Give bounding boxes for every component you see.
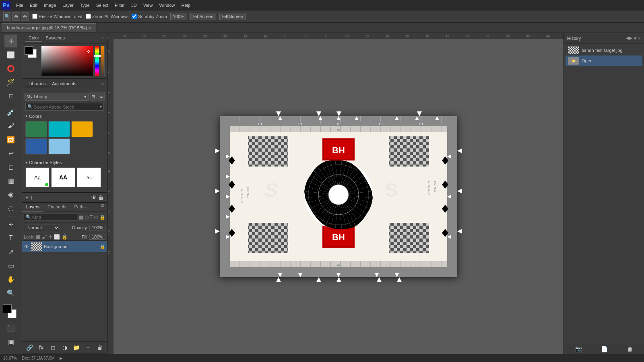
- new-layer-btn[interactable]: +: [84, 343, 93, 352]
- menu-type[interactable]: Type: [77, 2, 93, 8]
- foreground-color-swatch[interactable]: [3, 304, 12, 313]
- menu-view[interactable]: View: [140, 2, 156, 8]
- resize-windows-check[interactable]: Resize Windows to Fit: [32, 14, 83, 19]
- add-fill-btn[interactable]: ◑: [60, 343, 69, 352]
- swatch-3[interactable]: [25, 138, 47, 154]
- menu-select[interactable]: Select: [93, 2, 112, 8]
- filter-type-icon[interactable]: T: [90, 214, 93, 220]
- lib-list-btn[interactable]: ≡: [98, 93, 105, 101]
- lib-add-btn[interactable]: +: [25, 194, 29, 201]
- resize-windows-checkbox[interactable]: [32, 14, 37, 19]
- swatch-1[interactable]: [48, 121, 70, 137]
- menu-window[interactable]: Window: [156, 2, 178, 8]
- scrubby-zoom-checkbox[interactable]: [132, 14, 137, 19]
- tab-paths[interactable]: Paths: [70, 203, 90, 212]
- opacity-input[interactable]: [89, 225, 105, 230]
- lib-search[interactable]: 🔍 ▾: [25, 103, 104, 111]
- history-close-btn[interactable]: ×: [638, 36, 641, 41]
- history-delete-btn[interactable]: 🗑: [627, 346, 633, 352]
- menu-image[interactable]: Image: [41, 2, 60, 8]
- menu-3d[interactable]: 3D: [128, 2, 140, 8]
- tool-shape[interactable]: ▭: [4, 259, 17, 272]
- tool-hand[interactable]: ✋: [4, 273, 17, 286]
- tool-brush[interactable]: 🖌: [4, 119, 17, 132]
- fill-screen-btn[interactable]: Fill Screen: [219, 13, 246, 20]
- layers-panel-menu[interactable]: ≡: [101, 203, 107, 212]
- tool-eyedropper[interactable]: 💉: [4, 106, 17, 119]
- tool-text[interactable]: T: [4, 232, 17, 245]
- color-panel-collapse[interactable]: ≡: [101, 36, 104, 40]
- lock-transparency-icon[interactable]: ▦: [36, 234, 40, 240]
- tool-blur[interactable]: ◉: [4, 188, 17, 201]
- tool-crop[interactable]: ⊡: [4, 89, 17, 102]
- lock-artboard-icon[interactable]: ⬜: [54, 234, 60, 240]
- tool-path-select[interactable]: ↗: [4, 245, 17, 258]
- menu-help[interactable]: Help: [178, 2, 194, 8]
- tool-screen-mode[interactable]: ▣: [4, 335, 17, 348]
- fit-screen-btn[interactable]: Fit Screen: [190, 13, 216, 20]
- alpha-bar[interactable]: [101, 46, 105, 76]
- tool-clone[interactable]: 🔂: [4, 133, 17, 146]
- tab-channels[interactable]: Channels: [43, 203, 70, 212]
- char-style-2[interactable]: Aa: [77, 167, 101, 187]
- fill-input[interactable]: [89, 234, 105, 240]
- tab-libraries[interactable]: Libraries: [25, 80, 49, 87]
- filter-smart-icon[interactable]: 🔒: [99, 214, 105, 220]
- fg-color-box[interactable]: [25, 46, 33, 55]
- tool-gradient[interactable]: ▦: [4, 174, 17, 187]
- lock-all-icon[interactable]: 🔒: [62, 234, 68, 240]
- char-style-0[interactable]: Aa: [25, 167, 50, 187]
- tab-close-btn[interactable]: ×: [89, 26, 91, 30]
- lock-position-icon[interactable]: ✛: [48, 234, 52, 240]
- add-mask-btn[interactable]: ◻: [49, 343, 58, 352]
- tab-color[interactable]: Color: [25, 35, 42, 41]
- history-snapshot-btn[interactable]: 📷: [575, 346, 582, 352]
- menu-filter[interactable]: Filter: [111, 2, 128, 8]
- swatch-4[interactable]: [48, 138, 70, 154]
- char-styles-header[interactable]: ▾ Character Styles: [25, 159, 104, 166]
- tool-zoom[interactable]: 🔍: [4, 286, 17, 299]
- tool-history-brush[interactable]: ↩: [4, 147, 17, 160]
- layer-row-background[interactable]: 👁 Background 🔒: [22, 241, 107, 252]
- lib-search-input[interactable]: [34, 105, 99, 109]
- lib-eye-btn[interactable]: 👁: [91, 194, 97, 201]
- add-fx-btn[interactable]: fx: [37, 343, 46, 352]
- new-group-btn[interactable]: 📁: [72, 343, 81, 352]
- lib-grid-btn[interactable]: ⊞: [90, 93, 97, 101]
- history-item-1[interactable]: 📂 Open: [566, 56, 642, 66]
- scrubby-zoom-check[interactable]: Scrubby Zoom: [132, 14, 167, 19]
- tab-adjustments[interactable]: Adjustments: [49, 80, 80, 87]
- lib-search-dropdown[interactable]: ▾: [100, 105, 102, 109]
- tool-marquee[interactable]: ⬜: [4, 48, 17, 61]
- tool-eraser[interactable]: ◻: [4, 160, 17, 173]
- library-select[interactable]: My Library ▾: [25, 93, 89, 101]
- zoom-out-btn[interactable]: ⊖: [21, 12, 29, 21]
- layer-visibility-toggle[interactable]: 👁: [24, 244, 29, 249]
- libraries-panel-collapse[interactable]: ≡: [101, 82, 104, 86]
- swatch-2[interactable]: [71, 121, 93, 137]
- tab-layers[interactable]: Layers: [22, 203, 43, 212]
- menu-layer[interactable]: Layer: [59, 2, 77, 8]
- layers-search[interactable]: 🔍: [24, 214, 77, 220]
- history-menu-btn[interactable]: ≡: [634, 36, 636, 41]
- tab-swatches[interactable]: Swatches: [42, 35, 68, 41]
- menu-edit[interactable]: Edit: [27, 2, 41, 8]
- tool-pen[interactable]: ✒: [4, 218, 17, 231]
- add-link-btn[interactable]: 🔗: [25, 343, 34, 352]
- zoom-percent-btn[interactable]: 100%: [170, 13, 187, 20]
- zoom-tool-btn[interactable]: 🔍: [3, 12, 11, 21]
- tool-lasso[interactable]: ⭕: [4, 62, 17, 75]
- status-arrow[interactable]: ▶: [60, 356, 63, 360]
- char-style-1[interactable]: AA: [51, 167, 75, 187]
- history-item-0[interactable]: bandh-test-target.jpg: [566, 45, 642, 56]
- color-gradient-square[interactable]: [41, 46, 93, 76]
- swatch-0[interactable]: [25, 121, 47, 137]
- zoom-all-check[interactable]: Zoom All Windows: [86, 14, 128, 19]
- lib-upload-btn[interactable]: ↑: [30, 194, 33, 201]
- filter-adjust-icon[interactable]: ◎: [85, 214, 89, 220]
- document-tab[interactable]: bandh-test-target.jpg @ 16.7% (RGB/8#) ×: [2, 23, 96, 32]
- canvas-viewport[interactable]: 1:1 1:1 10 1:1 1:1: [114, 39, 564, 354]
- zoom-all-checkbox[interactable]: [86, 14, 91, 19]
- filter-pixel-icon[interactable]: ▦: [79, 214, 83, 220]
- tool-move[interactable]: ✛: [4, 35, 17, 47]
